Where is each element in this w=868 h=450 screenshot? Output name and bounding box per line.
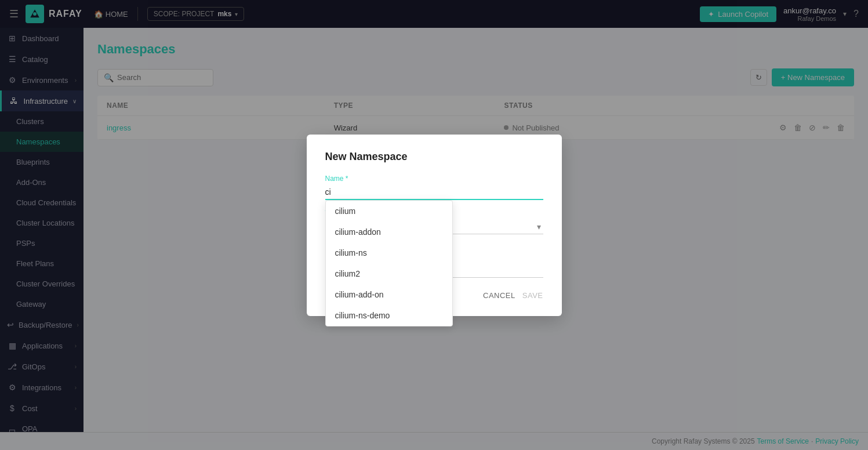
- name-label: Name *: [325, 175, 543, 183]
- name-input[interactable]: [325, 185, 543, 200]
- autocomplete-item-cilium-addon[interactable]: cilium-addon: [326, 222, 452, 242]
- modal-overlay: New Namespace Name * cilium cilium-addon…: [83, 28, 868, 432]
- autocomplete-item-cilium-ns[interactable]: cilium-ns: [326, 242, 452, 263]
- autocomplete-item-cilium2[interactable]: cilium2: [326, 263, 452, 284]
- main-content: Namespaces 🔍 ↻ + New Namespace: [83, 28, 868, 432]
- new-namespace-modal: New Namespace Name * cilium cilium-addon…: [307, 135, 562, 316]
- name-field: Name * cilium cilium-addon cilium-ns cil…: [325, 175, 543, 200]
- autocomplete-dropdown: cilium cilium-addon cilium-ns cilium2 ci…: [325, 200, 453, 326]
- autocomplete-item-cilium-add-on[interactable]: cilium-add-on: [326, 284, 452, 305]
- cancel-button[interactable]: CANCEL: [483, 291, 515, 300]
- autocomplete-item-cilium-ns-demo[interactable]: cilium-ns-demo: [326, 305, 452, 326]
- save-button[interactable]: SAVE: [522, 291, 543, 300]
- modal-title: New Namespace: [325, 151, 543, 163]
- autocomplete-item-cilium[interactable]: cilium: [326, 201, 452, 222]
